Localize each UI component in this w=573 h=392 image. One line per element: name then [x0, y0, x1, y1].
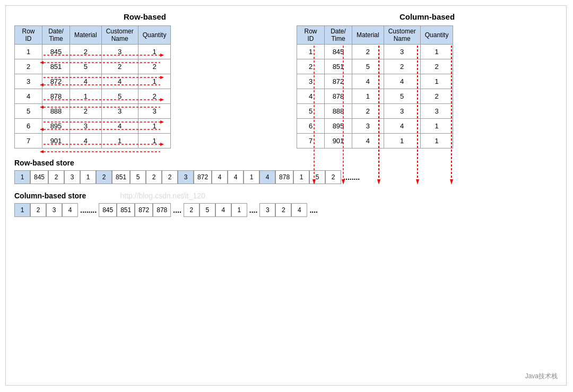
store-cell: 3	[64, 170, 80, 184]
table-row: 7901411	[297, 134, 453, 149]
store-cell: 851	[112, 170, 130, 184]
col-store-label: Column-based store	[14, 191, 558, 200]
top-section: Row-based	[14, 12, 558, 150]
row-based-table-wrapper: RowID Date/Time Material CustomerName Qu…	[14, 25, 171, 149]
store-cell: 2	[146, 170, 162, 184]
store-cell: 3	[46, 203, 62, 217]
brand: Java技术栈	[525, 372, 558, 381]
col-header-rowid: RowID	[15, 26, 42, 45]
svg-marker-19	[40, 150, 44, 153]
store-cell: 1	[244, 170, 259, 184]
store-cell: 2	[30, 203, 46, 217]
store-cell: 2	[184, 203, 199, 217]
col-based-table-wrapper: RowID Date/Time Material CustomerName Qu…	[297, 25, 453, 149]
row-store-row: 1845231285152238724414878152........	[14, 170, 558, 184]
table-row: 6895341	[297, 119, 453, 134]
store-cell: 2	[48, 170, 64, 184]
row-store-label: Row-based store	[14, 159, 558, 167]
col-store-row: 1234........845851872878....2541....324.…	[14, 203, 558, 217]
store-cell: 872	[135, 203, 153, 217]
table-row: 6895341	[15, 119, 171, 134]
table-row: 4878152	[297, 89, 453, 104]
store-cell: 2	[162, 170, 178, 184]
store-cell: 2	[96, 170, 112, 184]
col-store-dots: ........	[78, 206, 99, 214]
store-cell: 5	[309, 170, 325, 184]
col-header-custname: CustomerName	[101, 26, 138, 45]
store-cell: 1	[80, 170, 96, 184]
table-row: 3872441	[297, 74, 453, 89]
row-based-title: Row-based	[14, 12, 275, 21]
store-cell: 872	[194, 170, 212, 184]
col-store-dots: ....	[247, 206, 260, 214]
store-cell: 2	[325, 170, 341, 184]
table-row: 1845231	[15, 45, 171, 59]
store-cell: 845	[30, 170, 48, 184]
store-cell: 878	[275, 170, 293, 184]
store-cell: 1	[14, 170, 30, 184]
col-header-material: Material	[70, 26, 102, 45]
col-based-title: Column-based	[297, 12, 558, 21]
col2-header-datetime: Date/Time	[325, 26, 352, 45]
store-cell: 845	[99, 203, 117, 217]
col2-header-custname: CustomerName	[384, 26, 420, 45]
col2-header-material: Material	[352, 26, 384, 45]
table-row: 1845231	[297, 45, 453, 59]
table-row: 5888233	[15, 104, 171, 119]
table-row: 2851522	[15, 59, 171, 74]
col-store-dots: ....	[307, 206, 320, 214]
col-based-table: RowID Date/Time Material CustomerName Qu…	[297, 25, 453, 149]
store-cell: 4	[259, 170, 275, 184]
store-cell: 851	[117, 203, 135, 217]
store-cell: 4	[291, 203, 307, 217]
store-dots: ........	[341, 173, 362, 181]
table-row: 4878152	[15, 89, 171, 104]
table-row: 7901411	[15, 134, 171, 149]
store-cell: 5	[199, 203, 215, 217]
col2-header-rowid: RowID	[297, 26, 325, 45]
store-cell: 1	[293, 170, 309, 184]
col-header-quantity: Quantity	[138, 26, 171, 45]
table-row: 2851522	[297, 59, 453, 74]
col-store-dots: ....	[171, 206, 184, 214]
col2-header-quantity: Quantity	[420, 26, 453, 45]
table-row: 5888233	[297, 104, 453, 119]
store-cell: 4	[228, 170, 244, 184]
store-cell: 5	[130, 170, 146, 184]
store-cell: 878	[153, 203, 171, 217]
store-cell: 3	[178, 170, 194, 184]
store-cell: 2	[275, 203, 291, 217]
store-cell: 4	[62, 203, 78, 217]
bottom-section: Row-based store 184523128515223872441487…	[14, 159, 558, 217]
store-cell: 1	[14, 203, 30, 217]
store-cell: 1	[231, 203, 247, 217]
table-row: 3872441	[15, 74, 171, 89]
store-cell: 4	[212, 170, 228, 184]
row-based-section: Row-based	[14, 12, 275, 150]
store-cell: 4	[215, 203, 231, 217]
main-container: Row-based	[5, 5, 567, 386]
store-cell: 3	[259, 203, 275, 217]
row-based-table: RowID Date/Time Material CustomerName Qu…	[14, 25, 171, 149]
col-header-datetime: Date/Time	[42, 26, 70, 45]
col-based-section: Column-based	[297, 12, 558, 150]
